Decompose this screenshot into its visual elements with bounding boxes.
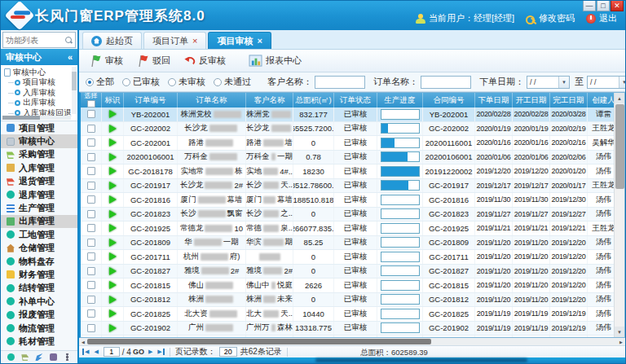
go-button[interactable]: GO	[133, 348, 144, 356]
row-checkbox[interactable]	[87, 182, 95, 190]
table-row[interactable]: GC-201917长沙龙2#长沙天..8512.78600..已审核GC-201…	[81, 179, 614, 194]
报表中心-button[interactable]: 报表中心	[245, 53, 308, 68]
row-checkbox[interactable]	[87, 224, 95, 232]
radio-未审核[interactable]: 未审核	[168, 76, 205, 88]
select-all-checkbox[interactable]	[87, 100, 95, 107]
tab-项目审核[interactable]: 项目审核×	[208, 32, 271, 49]
sidebar-item-报废管理[interactable]: 报废管理	[1, 308, 77, 321]
row-checkbox[interactable]	[87, 324, 95, 332]
row-checkbox[interactable]	[87, 239, 95, 247]
cart-icon[interactable]	[21, 353, 29, 361]
row-checkbox[interactable]	[87, 281, 95, 289]
prev-page-button[interactable]: ◀	[91, 349, 100, 355]
sidebar-item-结转管理[interactable]: 结转管理	[1, 282, 77, 295]
radio-已审核[interactable]: 已审核	[122, 76, 160, 88]
sidebar-item-项目管理[interactable]: 项目管理	[1, 121, 77, 134]
tree-item-1[interactable]: 入库审核	[4, 88, 77, 99]
tree-item-0[interactable]: 项目审核	[4, 77, 77, 88]
驳回-button[interactable]: 驳回	[133, 53, 177, 69]
table-row[interactable]	[81, 335, 614, 337]
sidebar-item-财务管理[interactable]: 财务管理	[1, 268, 77, 281]
last-page-button[interactable]: ▶	[155, 349, 164, 355]
change-password-button[interactable]: 修改密码	[526, 12, 575, 24]
table-row[interactable]: GC-201711杭州府)0已审核GC-2017112019/11/202019…	[81, 250, 614, 265]
tree-vertical-scrollbar[interactable]	[72, 67, 77, 114]
maximize-button[interactable]: □	[597, 1, 610, 11]
table-row[interactable]: 20200106001万科金万科金一期0.78已审核20200106001202…	[81, 151, 614, 165]
row-checkbox[interactable]	[87, 167, 95, 175]
sidebar-item-耗材管理[interactable]: 耗材管理	[1, 335, 77, 348]
table-row[interactable]: GC-201816厦门幕墙厦门幕墙188510.818已审核GC-2018162…	[81, 193, 614, 208]
table-row[interactable]: GC-201812株洲株洲未来0已审核GC-2018122019/11/2020…	[81, 293, 614, 308]
sidebar-item-补单中心[interactable]: 补单中心	[1, 295, 77, 308]
status-icon[interactable]	[7, 353, 15, 361]
radio-未通过[interactable]: 未通过	[214, 76, 251, 88]
sidebar-item-物流管理[interactable]: 物流管理	[1, 322, 77, 335]
page-number-input[interactable]	[104, 347, 120, 357]
sidebar-item-工地管理[interactable]: 工地管理	[1, 228, 77, 241]
edit-icon[interactable]	[35, 353, 42, 361]
row-checkbox[interactable]	[87, 125, 95, 133]
row-checkbox[interactable]	[87, 296, 95, 304]
table-row[interactable]: GC-2018178实地常栋实地4#..18230已审核201912200022…	[81, 164, 614, 179]
sidebar-item-退库管理[interactable]: 退库管理	[1, 188, 77, 201]
order-name-input[interactable]	[421, 76, 471, 89]
tab-项目订单[interactable]: 项目订单×	[143, 32, 206, 49]
tree-item-2[interactable]: 出库审核	[4, 98, 77, 108]
horizontal-scroll-thumb[interactable]	[87, 339, 431, 344]
table-row[interactable]: GC-201825北大资北大天..10440已审核GC-2018252019/1…	[81, 307, 614, 322]
chevron-down-icon[interactable]: ▼	[558, 77, 569, 88]
more-icon[interactable]	[64, 353, 71, 361]
next-page-button[interactable]: ▶	[146, 349, 155, 355]
table-row[interactable]: GC-201827雅境2#雅境2#0已审核GC-2018272019/11/20…	[81, 265, 614, 279]
minimize-button[interactable]: —	[583, 1, 596, 11]
logout-button[interactable]: 退出	[586, 12, 617, 24]
table-row[interactable]: GC-201902广州广州万森林13318.775已审核GC-201902201…	[81, 322, 614, 336]
tree-horizontal-scrollbar[interactable]	[2, 116, 71, 120]
sidebar-item-仓储管理[interactable]: 仓储管理	[1, 242, 77, 255]
user-small-icon[interactable]	[50, 353, 57, 361]
scroll-down-icon[interactable]: ▼	[615, 327, 625, 337]
row-checkbox[interactable]	[87, 252, 95, 261]
sidebar-item-物料盘存[interactable]: 物料盘存	[1, 255, 77, 268]
table-row[interactable]: GC-202001路港路港墙0已审核202001160012020/01/162…	[81, 136, 614, 151]
collapse-icon[interactable]: «	[68, 52, 73, 62]
order-date-from-picker[interactable]: / /▼	[527, 76, 570, 89]
row-checkbox[interactable]	[87, 138, 95, 147]
sidebar-item-生产管理[interactable]: 生产管理	[1, 201, 77, 214]
order-date-to-picker[interactable]: / /▼	[587, 76, 625, 89]
horizontal-scrollbar[interactable]: ◀ ▶	[79, 338, 625, 345]
row-checkbox[interactable]	[87, 309, 95, 318]
page-size-input[interactable]	[219, 347, 237, 357]
row-checkbox[interactable]	[87, 195, 95, 204]
table-row[interactable]: GC-201925常德龙10常德泉..266077.835..已审核GC-201…	[81, 221, 614, 236]
sidebar-item-采购管理[interactable]: 采购管理	[1, 148, 77, 161]
table-row[interactable]: GC-201823长沙飘窗长沙之..0已审核GC-2018232019/11/2…	[81, 208, 614, 222]
row-checkbox[interactable]	[87, 153, 95, 161]
scroll-right-icon[interactable]: ▶	[617, 338, 625, 345]
vertical-scrollbar[interactable]: ▲ ▼	[614, 93, 624, 337]
tab-起始页[interactable]: 起始页	[82, 32, 142, 49]
close-tab-icon[interactable]: ×	[192, 37, 197, 46]
审核-button[interactable]: 审核	[86, 53, 130, 69]
row-checkbox[interactable]	[87, 267, 95, 275]
sidebar-item-入库管理[interactable]: 入库管理	[1, 161, 77, 174]
chevron-down-icon[interactable]: ▼	[619, 77, 625, 88]
close-button[interactable]: ✕	[611, 1, 624, 11]
table-row[interactable]: YB-202001株洲党校株洲党832.177已审核YB-2020012020/…	[81, 107, 614, 122]
tree-root[interactable]: 审核中心	[4, 67, 77, 77]
table-row[interactable]: GC-201815佛山佛山中悦庭2626已审核GC-2018152019/11/…	[81, 278, 614, 293]
table-row[interactable]: GC-201809华一期华滨期85.25已审核GC-2018092019/11/…	[81, 236, 614, 251]
table-row[interactable]: GC-202002长沙龙长沙龙65525.7200..已审核GC-2020022…	[81, 122, 614, 137]
radio-全部[interactable]: 全部	[86, 76, 114, 88]
close-tab-icon[interactable]: ×	[257, 37, 262, 46]
first-page-button[interactable]: ◀	[82, 349, 91, 355]
scroll-up-icon[interactable]: ▲	[615, 93, 625, 103]
sidebar-item-出库管理[interactable]: 出库管理	[1, 215, 77, 228]
customer-name-input[interactable]	[315, 76, 365, 89]
scroll-left-icon[interactable]: ◀	[79, 338, 87, 345]
vertical-scroll-thumb[interactable]	[615, 104, 624, 189]
row-checkbox[interactable]	[87, 110, 95, 118]
sidebar-item-退货管理[interactable]: 退货管理	[1, 175, 77, 188]
sidebar-item-审核中心[interactable]: 审核中心	[1, 134, 77, 147]
